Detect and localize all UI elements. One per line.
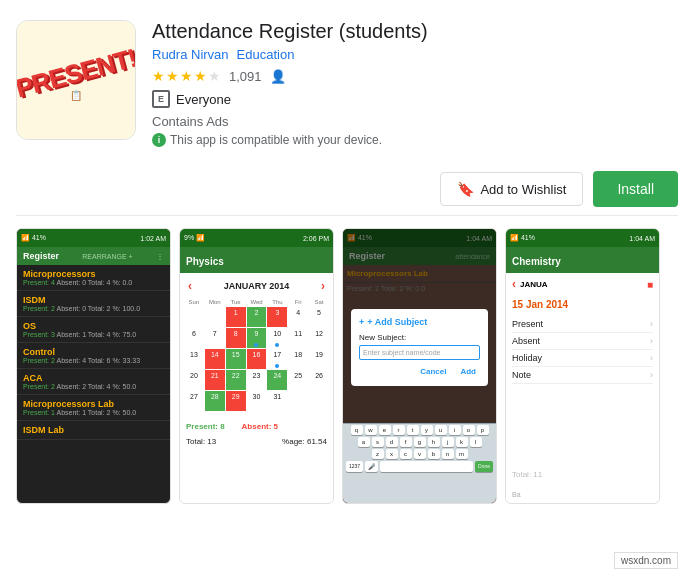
cal-day: 7 xyxy=(205,328,225,348)
cal-day: 3 xyxy=(267,307,287,327)
cal-day: 4 xyxy=(288,307,308,327)
ss4-cal-strip: ‹ JANUA ■ xyxy=(506,273,659,295)
wishlist-button[interactable]: 🔖 Add to Wishlist xyxy=(440,172,583,206)
screenshots-row: 📶 41%1:02 AM Register REARRANGE + ⋮ Micr… xyxy=(0,228,694,504)
subject-control: Control Present: 2 Absent: 4 Total: 6 %:… xyxy=(17,343,170,369)
ss1-more-icon: ⋮ xyxy=(156,252,164,261)
calendar-grid: Sun Mon Tue Wed Thu Fri Sat 1 2 3 4 5 xyxy=(180,299,333,411)
cal-day xyxy=(184,307,204,327)
cal-next-btn[interactable]: › xyxy=(321,279,325,293)
cancel-button[interactable]: Cancel xyxy=(416,365,450,378)
rating-count: 1,091 xyxy=(229,69,262,84)
screenshot-4: 📶 41%1:04 AM Chemistry ‹ JANUA ■ 15 Jan … xyxy=(505,228,660,504)
cal-day: 29 xyxy=(226,391,246,411)
ss4-statusbar: 📶 41%1:04 AM xyxy=(506,229,659,247)
cal-day: 11 xyxy=(288,328,308,348)
keyboard-row-1: q w e r t y u i o p xyxy=(343,424,496,436)
bookmark-icon: 🔖 xyxy=(457,181,474,197)
star-5: ★ xyxy=(208,68,221,84)
add-button[interactable]: Add xyxy=(456,365,480,378)
keyboard-row-4: 1237 🎤 Done xyxy=(343,460,496,473)
subject-microprocessors: Microprocessors Present: 4 Absent: 0 Tot… xyxy=(17,265,170,291)
ss4-bottom-label: Ba xyxy=(512,491,521,498)
cal-day: 18 xyxy=(288,349,308,369)
info-icon: i xyxy=(152,133,166,147)
cal-day xyxy=(309,391,329,411)
ss2-statusbar: 9% 📶2:06 PM xyxy=(180,229,333,247)
star-rating: ★ ★ ★ ★ ★ xyxy=(152,68,221,84)
cal-day: 13 xyxy=(184,349,204,369)
add-subject-dialog: + + Add Subject New Subject: Enter subje… xyxy=(351,309,488,386)
screenshots-section: 📶 41%1:02 AM Register REARRANGE + ⋮ Micr… xyxy=(0,216,694,516)
cal-day: 2 xyxy=(247,307,267,327)
cal-day: 15 xyxy=(226,349,246,369)
cal-day: 14 xyxy=(205,349,225,369)
option-absent[interactable]: Absent › xyxy=(512,333,653,350)
plus-icon: + xyxy=(359,317,364,327)
cal-day: 6 xyxy=(184,328,204,348)
star-2: ★ xyxy=(166,68,179,84)
star-1: ★ xyxy=(152,68,165,84)
cal-title: JANUARY 2014 xyxy=(224,281,290,291)
calendar-header: ‹ JANUARY 2014 › xyxy=(180,273,333,299)
ss4-cal-prev[interactable]: ‹ xyxy=(512,277,516,291)
cal-present-count: Present: 8 xyxy=(186,422,225,431)
cal-day: 16 xyxy=(247,349,267,369)
option-note[interactable]: Note › xyxy=(512,367,653,384)
app-title: Attendance Register (students) xyxy=(152,20,678,43)
chevron-right-icon: › xyxy=(650,336,653,346)
category-link[interactable]: Education xyxy=(237,47,295,62)
cal-footer: Present: 8 Absent: 5 xyxy=(180,411,333,437)
chevron-right-icon: › xyxy=(650,353,653,363)
cal-day: 21 xyxy=(205,370,225,390)
option-present[interactable]: Present › xyxy=(512,316,653,333)
cal-day: 9 xyxy=(247,328,267,348)
cal-day: 19 xyxy=(309,349,329,369)
cal-day: 25 xyxy=(288,370,308,390)
ss1-rearrange-btn: REARRANGE + xyxy=(82,253,132,260)
subject-aca: ACA Present: 2 Absent: 2 Total: 4 %: 50.… xyxy=(17,369,170,395)
age-rating: E Everyone xyxy=(152,90,678,108)
cal-total: Total: 13 xyxy=(186,437,216,446)
chevron-right-icon: › xyxy=(650,319,653,329)
subject-isdm: ISDM Present: 2 Absent: 0 Total: 2 %: 10… xyxy=(17,291,170,317)
install-button[interactable]: Install xyxy=(593,171,678,207)
age-badge: E xyxy=(152,90,170,108)
cal-day: 17 xyxy=(267,349,287,369)
cal-day-labels: Sun Mon Tue Wed Thu Fri Sat xyxy=(184,299,329,305)
cal-day: 26 xyxy=(309,370,329,390)
screenshot-2: 9% 📶2:06 PM Physics ‹ JANUARY 2014 › Sun… xyxy=(179,228,334,504)
cal-day xyxy=(288,391,308,411)
ss1-toolbar: Register REARRANGE + ⋮ xyxy=(17,247,170,265)
cal-absent-count: Absent: 5 xyxy=(242,422,278,431)
subject-input[interactable]: Enter subject name/code xyxy=(359,345,480,360)
option-holiday[interactable]: Holiday › xyxy=(512,350,653,367)
screenshot-1: 📶 41%1:02 AM Register REARRANGE + ⋮ Micr… xyxy=(16,228,171,504)
user-icon: 👤 xyxy=(270,69,286,84)
cal-day xyxy=(205,307,225,327)
dialog-buttons: Cancel Add xyxy=(359,365,480,378)
cal-percent: %age: 61.54 xyxy=(282,437,327,446)
cal-prev-btn[interactable]: ‹ xyxy=(188,279,192,293)
subject-isdm-lab: ISDM Lab xyxy=(17,421,170,440)
attendance-options: 15 Jan 2014 Present › Absent › Holiday ›… xyxy=(506,295,659,388)
developer-link[interactable]: Rudra Nirvan xyxy=(152,47,229,62)
watermark: wsxdn.com xyxy=(614,552,678,569)
cal-day: 30 xyxy=(247,391,267,411)
compatible-row: i This app is compatible with your devic… xyxy=(152,133,678,147)
cal-totals: Total: 13 %age: 61.54 xyxy=(180,437,333,450)
chevron-right-icon: › xyxy=(650,370,653,380)
cal-day: 27 xyxy=(184,391,204,411)
ss1-toolbar-title: Register xyxy=(23,251,59,261)
attendance-date: 15 Jan 2014 xyxy=(512,299,653,310)
dialog-title: + + Add Subject xyxy=(359,317,480,327)
screenshot-3: 📶 41%1:04 AM Register attendance Micropr… xyxy=(342,228,497,504)
ss4-total: Total: 11 xyxy=(506,466,659,483)
ss4-cal-title: JANUA xyxy=(520,280,647,289)
subject-microprocessors-lab: Microprocessors Lab Present: 1 Absent: 1… xyxy=(17,395,170,421)
cal-day: 22 xyxy=(226,370,246,390)
star-3: ★ xyxy=(180,68,193,84)
app-info: Attendance Register (students) Rudra Nir… xyxy=(152,20,678,147)
keyboard-row-2: a s d f g h j k l xyxy=(343,436,496,448)
cal-day: 1 xyxy=(226,307,246,327)
